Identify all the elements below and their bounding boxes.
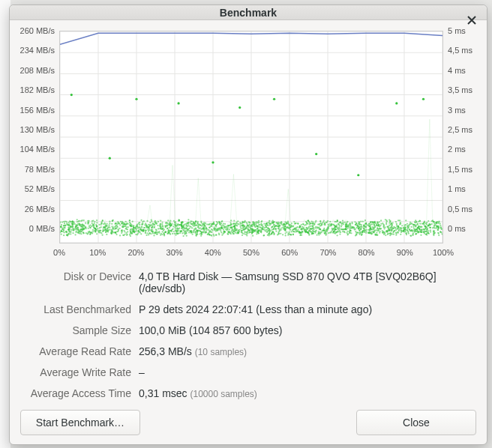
svg-point-1597: [387, 233, 388, 234]
close-button[interactable]: Close: [356, 410, 476, 435]
svg-point-2143: [146, 227, 147, 228]
svg-point-2221: [368, 223, 370, 225]
svg-point-1739: [426, 231, 428, 232]
svg-point-1001: [64, 227, 65, 228]
svg-point-2275: [250, 228, 251, 229]
svg-point-2219: [246, 223, 248, 225]
svg-point-2316: [103, 223, 104, 225]
ytick-left: 156 MB/s: [20, 106, 55, 115]
label-avg-read-rate: Average Read Rate: [20, 345, 131, 357]
svg-point-1374: [324, 223, 326, 224]
read-rate-samples: (10 samples): [195, 347, 247, 357]
svg-point-2021: [374, 221, 376, 223]
svg-point-2004: [100, 231, 101, 233]
svg-point-1960: [208, 231, 210, 233]
svg-point-2212: [151, 231, 152, 232]
svg-point-2301: [318, 232, 320, 234]
start-benchmark-button[interactable]: Start Benchmark…: [20, 410, 140, 435]
svg-point-560: [293, 221, 295, 223]
svg-point-1332: [359, 223, 361, 225]
svg-point-2049: [391, 225, 392, 227]
svg-point-812: [124, 234, 125, 235]
svg-point-1205: [172, 228, 173, 230]
svg-point-2175: [361, 234, 362, 235]
svg-point-2132: [72, 220, 74, 222]
svg-point-474: [169, 227, 170, 228]
svg-point-1445: [251, 230, 253, 231]
svg-point-2211: [104, 229, 106, 231]
svg-point-1267: [379, 232, 380, 234]
svg-point-2164: [433, 232, 434, 234]
ytick-left: 234 MB/s: [20, 46, 55, 55]
svg-point-2098: [221, 221, 223, 223]
ytick-left: 52 MB/s: [25, 184, 55, 193]
svg-point-1193: [144, 227, 146, 228]
svg-point-243: [97, 228, 98, 229]
svg-point-1123: [318, 234, 320, 235]
svg-point-1413: [230, 227, 232, 228]
svg-point-1990: [333, 232, 334, 234]
svg-point-2030: [244, 225, 245, 227]
ytick-left: 260 MB/s: [20, 26, 55, 35]
svg-point-1724: [434, 225, 435, 227]
svg-point-730: [323, 220, 325, 221]
svg-point-531: [280, 233, 281, 234]
svg-point-1999: [366, 224, 368, 225]
svg-point-2329: [92, 224, 94, 225]
svg-point-1072: [160, 225, 161, 227]
svg-point-504: [400, 234, 401, 235]
svg-point-1687: [350, 225, 351, 227]
svg-point-1305: [365, 231, 367, 232]
svg-point-2111: [195, 234, 196, 236]
svg-point-562: [370, 231, 372, 233]
svg-point-1855: [398, 230, 400, 231]
svg-point-979: [73, 230, 74, 231]
svg-point-1573: [358, 227, 360, 228]
svg-point-2276: [236, 228, 238, 230]
svg-point-1086: [412, 234, 413, 236]
svg-point-1132: [188, 219, 189, 220]
svg-point-1701: [116, 234, 117, 235]
svg-point-2078: [304, 231, 306, 233]
svg-point-1357: [223, 225, 224, 227]
ytick-right: 4 ms: [448, 66, 466, 75]
svg-point-1878: [326, 222, 327, 223]
svg-point-1911: [166, 223, 167, 224]
svg-point-2075: [253, 230, 254, 231]
svg-point-1741: [122, 226, 123, 228]
svg-point-1378: [260, 231, 262, 232]
svg-point-2251: [424, 231, 425, 232]
svg-point-686: [294, 231, 296, 232]
svg-point-1569: [405, 232, 406, 234]
svg-point-1934: [420, 231, 422, 233]
svg-point-1941: [278, 228, 279, 229]
svg-point-863: [226, 233, 228, 234]
svg-point-2029: [325, 231, 326, 233]
svg-line-138: [430, 119, 433, 232]
svg-point-908: [412, 226, 414, 228]
svg-point-673: [380, 223, 382, 225]
svg-point-2227: [323, 232, 325, 234]
svg-point-2123: [395, 234, 397, 236]
svg-point-1854: [292, 231, 294, 232]
ytick-left: 208 MB/s: [20, 66, 55, 75]
svg-point-2242: [355, 228, 356, 230]
svg-point-2196: [60, 230, 62, 231]
svg-point-2106: [433, 234, 434, 236]
svg-point-1807: [252, 235, 254, 237]
svg-point-2274: [94, 229, 96, 231]
svg-point-597: [354, 221, 356, 223]
xtick: 60%: [281, 248, 298, 257]
svg-point-1947: [266, 223, 268, 224]
svg-point-1622: [119, 234, 121, 236]
svg-point-2158: [298, 231, 300, 233]
svg-point-2298: [154, 226, 155, 228]
svg-point-1198: [414, 221, 416, 223]
svg-point-2346: [212, 161, 214, 163]
svg-point-1405: [406, 229, 408, 231]
ytick-left: 78 MB/s: [25, 165, 55, 174]
svg-point-887: [413, 228, 415, 229]
svg-point-2325: [185, 232, 187, 234]
svg-point-1578: [204, 231, 206, 233]
svg-point-1742: [174, 226, 176, 228]
